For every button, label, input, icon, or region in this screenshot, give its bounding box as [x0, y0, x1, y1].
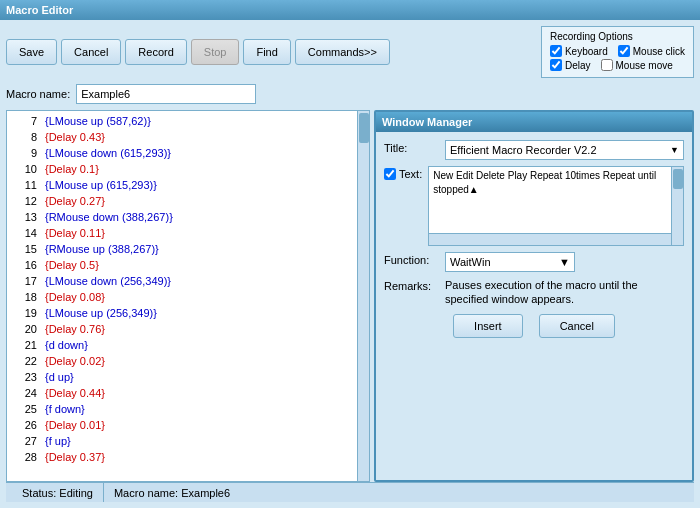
- commands-button[interactable]: Commands>>: [295, 39, 390, 65]
- line-code: {d down}: [45, 337, 88, 353]
- line-code: {Delay 0.08}: [45, 289, 105, 305]
- wm-text-vscroll-thumb: [673, 169, 683, 189]
- mouse-move-option[interactable]: Mouse move: [601, 59, 673, 71]
- table-row: 18{Delay 0.08}: [9, 289, 367, 305]
- wm-insert-button[interactable]: Insert: [453, 314, 523, 338]
- line-number: 15: [13, 241, 37, 257]
- macro-name-input[interactable]: [76, 84, 256, 104]
- status-text: Status: Editing: [22, 487, 93, 499]
- vscroll-thumb: [359, 113, 369, 143]
- line-code: {LMouse up (256,349)}: [45, 305, 157, 321]
- table-row: 8{Delay 0.43}: [9, 129, 367, 145]
- wm-title-select[interactable]: Efficient Macro Recorder V2.2 ▼: [445, 140, 684, 160]
- line-number: 19: [13, 305, 37, 321]
- line-code: {d up}: [45, 369, 74, 385]
- wm-function-dropdown[interactable]: WaitWin ▼: [445, 252, 575, 272]
- line-code: {Delay 0.01}: [45, 417, 105, 433]
- wm-buttons: Insert Cancel: [384, 314, 684, 338]
- line-number: 22: [13, 353, 37, 369]
- delay-label: Delay: [565, 60, 591, 71]
- record-button[interactable]: Record: [125, 39, 186, 65]
- line-code: {f up}: [45, 433, 71, 449]
- wm-remarks-row: Remarks: Pauses execution of the macro u…: [384, 278, 684, 306]
- line-number: 18: [13, 289, 37, 305]
- wm-text-hscrollbar[interactable]: [429, 233, 671, 245]
- mouse-click-label: Mouse click: [633, 46, 685, 57]
- app-title: Macro Editor: [6, 4, 73, 16]
- mouse-click-option[interactable]: Mouse click: [618, 45, 685, 57]
- code-vscrollbar[interactable]: [357, 111, 369, 481]
- wm-text-vscrollbar[interactable]: [671, 167, 683, 245]
- table-row: 15{RMouse up (388,267)}: [9, 241, 367, 257]
- line-number: 28: [13, 449, 37, 465]
- delay-checkbox[interactable]: [550, 59, 562, 71]
- line-number: 24: [13, 385, 37, 401]
- toolbar: Save Cancel Record Stop Find Commands>> …: [6, 26, 694, 78]
- table-row: 20{Delay 0.76}: [9, 321, 367, 337]
- wm-title-dropdown-arrow: ▼: [670, 145, 679, 155]
- macro-name-row: Macro name:: [6, 84, 694, 104]
- table-row: 25{f down}: [9, 401, 367, 417]
- line-code: {f down}: [45, 401, 85, 417]
- line-number: 16: [13, 257, 37, 273]
- status-section-macroname: Macro name: Example6: [104, 483, 240, 502]
- wm-text-checkbox-label[interactable]: Text:: [384, 166, 422, 180]
- save-button[interactable]: Save: [6, 39, 57, 65]
- mouse-move-checkbox[interactable]: [601, 59, 613, 71]
- wm-function-row: Function: WaitWin ▼: [384, 252, 684, 272]
- table-row: 19{LMouse up (256,349)}: [9, 305, 367, 321]
- table-row: 24{Delay 0.44}: [9, 385, 367, 401]
- mouse-move-label: Mouse move: [616, 60, 673, 71]
- wm-remarks-text: Pauses execution of the macro until the …: [445, 278, 684, 306]
- code-hscrollbar[interactable]: [7, 481, 369, 482]
- line-number: 26: [13, 417, 37, 433]
- table-row: 23{d up}: [9, 369, 367, 385]
- line-code: {RMouse down (388,267)}: [45, 209, 173, 225]
- keyboard-option[interactable]: Keyboard: [550, 45, 608, 57]
- status-section-status: Status: Editing: [12, 483, 104, 502]
- line-number: 14: [13, 225, 37, 241]
- line-number: 11: [13, 177, 37, 193]
- wm-text-area[interactable]: New Edit Delete Play Repeat 10times Repe…: [428, 166, 684, 246]
- wm-title-bar: Window Manager: [376, 112, 692, 132]
- line-number: 9: [13, 145, 37, 161]
- line-number: 8: [13, 129, 37, 145]
- wm-function-label: Function:: [384, 252, 439, 266]
- cancel-button[interactable]: Cancel: [61, 39, 121, 65]
- wm-cancel-button[interactable]: Cancel: [539, 314, 615, 338]
- mouse-click-checkbox[interactable]: [618, 45, 630, 57]
- line-code: {Delay 0.76}: [45, 321, 105, 337]
- window-manager-dialog: Window Manager Title: Efficient Macro Re…: [374, 110, 694, 482]
- wm-text-checkbox[interactable]: [384, 168, 396, 180]
- line-number: 20: [13, 321, 37, 337]
- line-code: {LMouse up (615,293)}: [45, 177, 157, 193]
- code-scroll[interactable]: 7{LMouse up (587,62)}8{Delay 0.43}9{LMou…: [7, 111, 369, 481]
- table-row: 12{Delay 0.27}: [9, 193, 367, 209]
- find-button[interactable]: Find: [243, 39, 290, 65]
- line-number: 12: [13, 193, 37, 209]
- line-code: {Delay 0.43}: [45, 129, 105, 145]
- macro-name-label: Macro name:: [6, 88, 70, 100]
- line-number: 27: [13, 433, 37, 449]
- recording-options-title: Recording Options: [550, 31, 685, 42]
- table-row: 22{Delay 0.02}: [9, 353, 367, 369]
- keyboard-checkbox[interactable]: [550, 45, 562, 57]
- wm-function-arrow: ▼: [559, 256, 570, 268]
- status-macro-name: Macro name: Example6: [114, 487, 230, 499]
- delay-option[interactable]: Delay: [550, 59, 591, 71]
- line-code: {Delay 0.37}: [45, 449, 105, 465]
- line-code: {LMouse down (256,349)}: [45, 273, 171, 289]
- line-code: {Delay 0.44}: [45, 385, 105, 401]
- line-number: 7: [13, 113, 37, 129]
- code-panel: 7{LMouse up (587,62)}8{Delay 0.43}9{LMou…: [6, 110, 370, 482]
- line-code: {LMouse down (615,293)}: [45, 145, 171, 161]
- text-checkbox-container: Text:: [384, 166, 422, 180]
- wm-title-label: Title:: [384, 140, 439, 154]
- wm-text-content: New Edit Delete Play Repeat 10times Repe…: [429, 167, 683, 199]
- line-code: {LMouse up (587,62)}: [45, 113, 151, 129]
- line-number: 21: [13, 337, 37, 353]
- table-row: 7{LMouse up (587,62)}: [9, 113, 367, 129]
- line-number: 23: [13, 369, 37, 385]
- wm-text-row: Text: New Edit Delete Play Repeat 10time…: [384, 166, 684, 246]
- recording-options: Recording Options Keyboard Mouse click D…: [541, 26, 694, 78]
